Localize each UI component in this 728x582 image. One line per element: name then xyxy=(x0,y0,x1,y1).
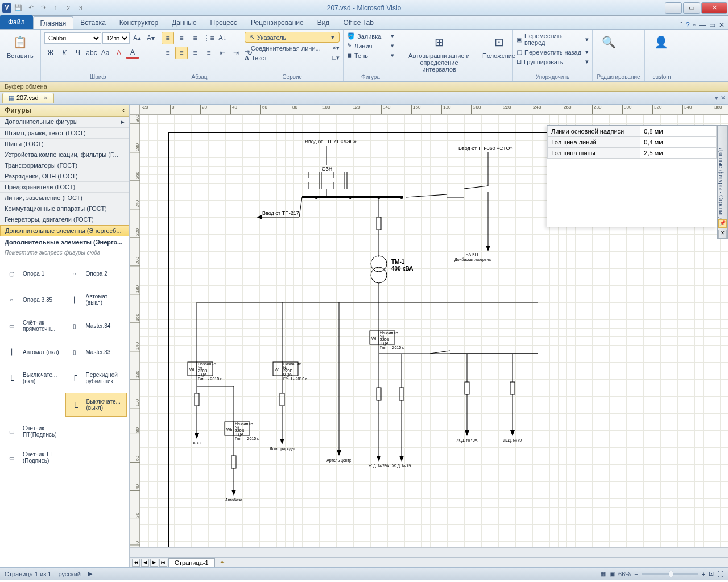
mdi-min-icon[interactable]: — xyxy=(699,21,706,29)
send-backward-button[interactable]: ▢Переместить назад▾ xyxy=(516,48,589,56)
shape-category[interactable]: Штамп, рамки, текст (ГОСТ) xyxy=(0,128,129,139)
page-prev-button[interactable]: ◀ xyxy=(141,559,149,567)
horizontal-scrollbar[interactable] xyxy=(130,547,728,557)
shape-category[interactable]: Коммутационные аппараты (ГОСТ) xyxy=(0,203,129,214)
bullets-button[interactable]: ⋮≡ xyxy=(202,32,215,44)
shape-stencil-item[interactable]: ⎮Автомат (выкл) xyxy=(65,288,127,311)
page-tab-1[interactable]: Страница-1 xyxy=(168,558,215,567)
shape-stencil-item[interactable]: ○Опора 3.35 xyxy=(2,288,64,311)
qat-save-icon[interactable]: 💾 xyxy=(13,2,24,14)
doc-tab-close-icon[interactable]: ✕ xyxy=(43,95,48,101)
fill-button[interactable]: 🪣Заливка▾ xyxy=(347,32,394,40)
shape-stencil-item[interactable]: ▭Счётчик ПТ(Подпись) xyxy=(2,420,64,443)
font-color-button[interactable]: A xyxy=(126,47,139,59)
shadow-button[interactable]: ◼Тень▾ xyxy=(347,51,394,60)
maximize-button[interactable]: ▭ xyxy=(683,2,700,14)
sort-button[interactable]: A↓ xyxy=(216,32,229,44)
page-last-button[interactable]: ⏭ xyxy=(159,559,167,567)
data-row[interactable]: Толщина линий0,4 мм xyxy=(548,137,717,148)
ribbon-opt-icon[interactable]: ▫ xyxy=(693,21,696,29)
connector-tool-button[interactable]: ⎯ Соединительная лини... ×▾ xyxy=(245,44,340,52)
zoom-out-button[interactable]: − xyxy=(634,571,638,577)
strikethrough-button[interactable]: abc xyxy=(85,47,98,59)
line-button[interactable]: ✎Линия▾ xyxy=(347,41,394,50)
mdi-max-icon[interactable]: ▭ xyxy=(709,21,715,29)
shape-stencil-item[interactable]: ▭Счётчик прямоточн... xyxy=(2,314,64,337)
shapes-more[interactable]: Дополнительные фигуры▸ xyxy=(0,117,129,128)
tab-data[interactable]: Данные xyxy=(165,16,203,29)
align-top-button[interactable]: ≡ xyxy=(162,32,174,44)
qat-btn-3[interactable]: 3 xyxy=(75,2,86,14)
shape-category[interactable]: Трансформаторы (ГОСТ) xyxy=(0,160,129,171)
close-button[interactable]: ✕ xyxy=(701,2,727,14)
shape-category[interactable]: Предохранители (ГОСТ) xyxy=(0,182,129,193)
indent-inc-button[interactable]: ⇥ xyxy=(230,47,242,59)
group-button[interactable]: ⊡Группировать▾ xyxy=(516,57,589,66)
shape-stencil-item[interactable]: ▢Опора 1 xyxy=(2,262,64,285)
align-mid-button[interactable]: ≡ xyxy=(175,32,188,44)
italic-button[interactable]: К xyxy=(58,47,71,59)
font-name-select[interactable]: Calibri xyxy=(44,32,101,44)
shape-category[interactable]: Устройства компенсации, фильтры (Г... xyxy=(0,149,129,160)
tab-view[interactable]: Вид xyxy=(311,16,337,29)
app-icon[interactable]: V xyxy=(2,3,11,13)
align-left-button[interactable]: ≡ xyxy=(162,47,174,59)
shrink-font-icon[interactable]: A▾ xyxy=(144,32,157,44)
shape-stencil-item[interactable]: ⎮Автомат (вкл) xyxy=(2,340,64,363)
paste-button[interactable]: 📋 Вставить xyxy=(3,32,37,60)
case-button[interactable]: Aa xyxy=(99,47,111,59)
ribbon-minimize-icon[interactable]: ˇ xyxy=(680,21,682,29)
tab-process[interactable]: Процесс xyxy=(204,16,244,29)
data-row[interactable]: Толщина шины2,5 мм xyxy=(548,148,717,159)
autoalign-button[interactable]: ⊞ Автовыравнивание и определение интерва… xyxy=(402,32,477,74)
zoom-level[interactable]: 66% xyxy=(618,571,631,577)
shape-stencil-item[interactable]: ○Опора 2 xyxy=(65,262,127,285)
shape-category[interactable]: Генераторы, двигатели (ГОСТ) xyxy=(0,214,129,225)
shape-category[interactable]: Дополнительные элементы (Энергосб... xyxy=(0,225,129,236)
font-size-select[interactable]: 12пт xyxy=(102,32,130,44)
shape-stencil-item[interactable]: ▯Master.33 xyxy=(65,340,127,363)
align-bot-button[interactable]: ≡ xyxy=(189,32,201,44)
shapes-header-chevron-icon[interactable]: ‹ xyxy=(122,106,125,114)
tab-home[interactable]: Главная xyxy=(33,16,74,29)
status-macro-icon[interactable]: ▶ xyxy=(88,570,92,577)
drawing-canvas[interactable]: Ввод от ТП-71 «ЛЭС» СЗН Ввод от ТП-360 «… xyxy=(140,115,728,547)
data-value[interactable]: 0,4 мм xyxy=(640,137,717,148)
tab-designer[interactable]: Конструктор xyxy=(113,16,165,29)
align-right-button[interactable]: ≡ xyxy=(189,47,201,59)
shape-category[interactable]: Шины (ГОСТ) xyxy=(0,139,129,149)
shape-stencil-item[interactable]: ▯Master.34 xyxy=(65,314,127,337)
shape-stencil-item[interactable]: ⎿Выключате... (вкл) xyxy=(2,367,64,389)
data-value[interactable]: 0,8 мм xyxy=(640,126,717,137)
grow-font-icon[interactable]: A▴ xyxy=(131,32,143,44)
highlight-button[interactable]: A xyxy=(113,47,125,59)
data-panel-close-icon[interactable]: ✕ xyxy=(718,230,727,238)
tab-review[interactable]: Рецензирование xyxy=(244,16,311,29)
doctab-list-icon[interactable]: ✕ xyxy=(721,94,726,102)
qat-undo-icon[interactable]: ↶ xyxy=(25,2,36,14)
zoom-fit-button[interactable]: ⊡ xyxy=(709,570,714,577)
bold-button[interactable]: Ж xyxy=(44,47,57,59)
shape-stencil-item[interactable]: ⎿Выключате... (выкл) xyxy=(65,393,127,417)
doctab-opt-icon[interactable]: ▾ xyxy=(715,94,718,102)
page-add-button[interactable]: ✦ xyxy=(216,559,228,566)
document-tab-active[interactable]: ▦ 207.vsd ✕ xyxy=(2,93,54,103)
mdi-close-icon[interactable]: ✕ xyxy=(719,21,725,29)
underline-button[interactable]: Ч xyxy=(72,47,84,59)
data-panel-pin-icon[interactable]: 📌 xyxy=(718,219,727,228)
editing-button[interactable]: 🔍 xyxy=(596,32,621,52)
zoom-slider[interactable] xyxy=(642,573,698,575)
shape-category[interactable]: Линии, заземление (ГОСТ) xyxy=(0,193,129,203)
help-icon[interactable]: ? xyxy=(686,21,690,29)
qat-redo-icon[interactable]: ↷ xyxy=(38,2,49,14)
pointer-tool-button[interactable]: ↖ Указатель ▾ xyxy=(245,32,340,43)
text-tool-button[interactable]: A Текст □▾ xyxy=(245,53,340,62)
zoom-full-button[interactable]: ⛶ xyxy=(717,571,723,577)
view-normal-icon[interactable]: ▦ xyxy=(600,570,606,577)
data-row[interactable]: Линии основной надписи0,8 мм xyxy=(548,126,717,137)
page-first-button[interactable]: ⏮ xyxy=(132,559,140,567)
custom-button[interactable]: 👤 xyxy=(648,32,673,52)
shape-stencil-item[interactable]: ▭Счётчик ТТ (Подпись) xyxy=(2,446,64,469)
qat-btn-2[interactable]: 2 xyxy=(63,2,74,14)
data-value[interactable]: 2,5 мм xyxy=(640,148,717,159)
